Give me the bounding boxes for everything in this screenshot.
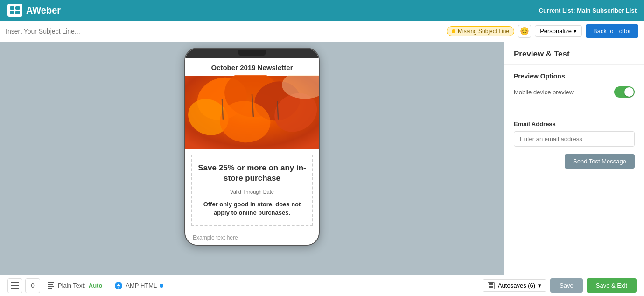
svg-rect-0 (10, 6, 14, 10)
send-test-message-button[interactable]: Send Test Message (565, 154, 635, 169)
svg-rect-1 (15, 6, 20, 10)
current-list-info: Current List: Main Subscriber List (539, 7, 637, 14)
save-button[interactable]: Save (550, 278, 583, 293)
plain-text-nav-item[interactable]: Plain Text: Auto (43, 279, 107, 292)
svg-rect-2 (10, 11, 14, 14)
email-address-label: Email Address (514, 120, 635, 127)
auto-label: Auto (89, 282, 103, 289)
preview-options-label: Preview Options (514, 72, 635, 80)
chevron-down-icon: ▾ (574, 28, 577, 35)
personalize-button[interactable]: Personalize ▾ (535, 25, 582, 37)
plain-text-icon (48, 282, 55, 289)
subject-bar: Missing Subject Line 😊 Personalize ▾ Bac… (0, 21, 644, 42)
main-content: October 2019 Newsletter (0, 42, 644, 275)
logo-icon (7, 4, 22, 17)
svg-rect-21 (48, 288, 52, 289)
amp-html-nav-item[interactable]: AMP HTML (110, 279, 168, 293)
svg-rect-25 (489, 282, 493, 285)
sidebar-header: Preview & Test (504, 42, 644, 65)
bottom-bar: 0 Plain Text: Auto AMP HTML (0, 275, 644, 296)
emoji-button[interactable]: 😊 (518, 25, 531, 38)
coupon-box: Save 25% or more on any in-store purchas… (191, 155, 313, 226)
mobile-preview-toggle[interactable] (614, 86, 635, 98)
amp-status-dot (160, 284, 163, 288)
personalize-label: Personalize (540, 28, 572, 35)
mobile-notch (238, 50, 266, 56)
mobile-preview-label: Mobile device preview (514, 89, 574, 96)
svg-rect-3 (15, 11, 20, 14)
autosaves-label: Autosaves (6) (498, 282, 535, 289)
toggle-thumb (624, 87, 634, 97)
sidebar-title: Preview & Test (514, 49, 635, 59)
missing-subject-badge: Missing Subject Line (447, 26, 514, 36)
missing-dot-icon (452, 29, 455, 33)
mobile-top-bar (185, 49, 319, 58)
svg-rect-26 (489, 286, 493, 288)
bottom-right-controls: Autosaves (6) ▾ Save Save & Exit (483, 278, 637, 293)
mobile-frame: October 2019 Newsletter (184, 48, 320, 246)
current-list-label: Current List: (539, 7, 575, 14)
hamburger-button[interactable] (7, 278, 22, 293)
info-button[interactable]: 0 (25, 278, 40, 293)
email-address-input[interactable] (514, 131, 635, 147)
coupon-description: Offer only good in store, does not apply… (197, 200, 307, 217)
svg-rect-16 (11, 285, 19, 286)
svg-rect-19 (48, 284, 53, 285)
email-content: October 2019 Newsletter (185, 58, 319, 245)
email-footer-text: Example text here (185, 231, 319, 245)
autosaves-button[interactable]: Autosaves (6) ▾ (483, 279, 546, 292)
save-disk-icon (488, 282, 495, 289)
amp-html-label: AMP HTML (126, 282, 157, 289)
email-hero-image (185, 75, 319, 150)
email-title: October 2019 Newsletter (185, 58, 319, 75)
svg-rect-17 (11, 288, 19, 289)
autosaves-chevron-icon: ▾ (538, 282, 541, 289)
plain-text-label: Plain Text: (58, 282, 86, 289)
missing-subject-label: Missing Subject Line (458, 28, 509, 35)
sidebar-section-options: Preview Options Mobile device preview (504, 65, 644, 113)
back-to-editor-button[interactable]: Back to Editor (586, 24, 638, 38)
svg-rect-15 (11, 282, 19, 283)
top-navbar: AWeber Current List: Main Subscriber Lis… (0, 0, 644, 21)
logo-text: AWeber (26, 5, 61, 16)
current-list-name: Main Subscriber List (577, 7, 637, 14)
save-exit-button[interactable]: Save & Exit (587, 278, 637, 293)
svg-rect-20 (48, 286, 54, 287)
subject-input[interactable] (6, 28, 443, 35)
svg-rect-18 (48, 282, 54, 283)
aweber-logo: AWeber (7, 4, 61, 17)
amp-icon (114, 282, 123, 290)
bottom-left-controls: 0 Plain Text: Auto AMP HTML (7, 278, 168, 293)
mobile-preview-row: Mobile device preview (514, 86, 635, 98)
preview-area: October 2019 Newsletter (0, 42, 504, 275)
emoji-icon: 😊 (520, 27, 529, 35)
sidebar-section-email: Email Address Send Test Message (504, 113, 644, 176)
right-sidebar: Preview & Test Preview Options Mobile de… (504, 42, 644, 275)
coupon-title: Save 25% or more on any in-store purchas… (197, 163, 307, 183)
coupon-valid-date: Valid Through Date (197, 189, 307, 195)
